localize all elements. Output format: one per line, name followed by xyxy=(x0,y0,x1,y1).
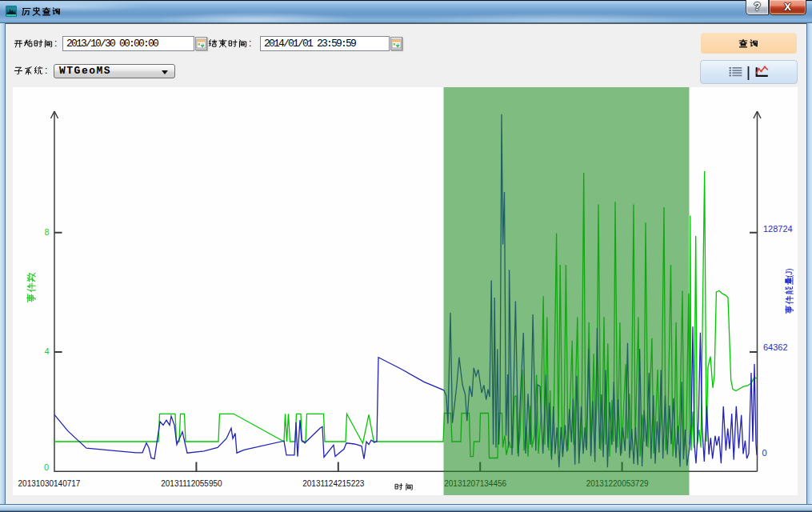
svg-text:0: 0 xyxy=(44,462,49,472)
svg-text:20131112055950: 20131112055950 xyxy=(161,479,222,488)
svg-text:128724: 128724 xyxy=(763,224,793,234)
svg-text:64362: 64362 xyxy=(763,342,788,352)
svg-text:(J): (J) xyxy=(785,268,794,278)
svg-text:4: 4 xyxy=(44,346,49,356)
svg-text:20131030140717: 20131030140717 xyxy=(18,479,81,488)
svg-text:0: 0 xyxy=(762,448,767,458)
svg-text:20131124215223: 20131124215223 xyxy=(302,479,365,488)
svg-text:8: 8 xyxy=(44,227,49,237)
